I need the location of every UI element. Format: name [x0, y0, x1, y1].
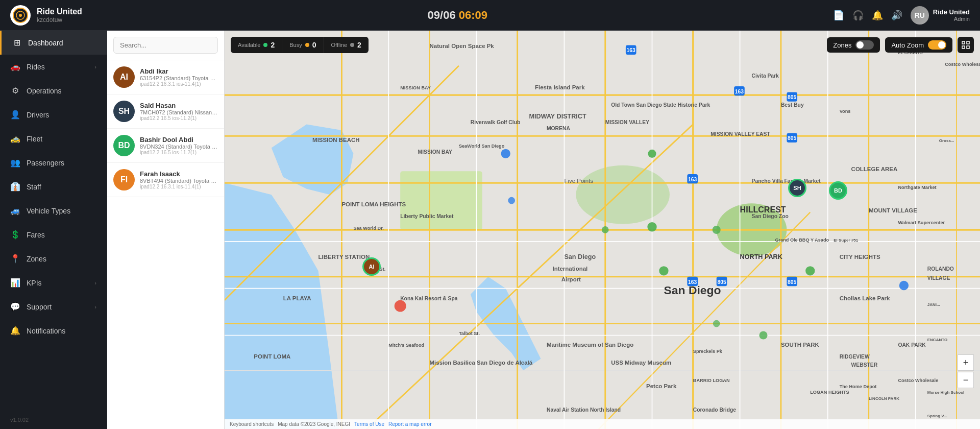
sidebar-item-staff[interactable]: 👔 Staff	[0, 175, 107, 199]
operations-icon: ⚙	[10, 86, 20, 96]
driver-pin-2[interactable]: SH	[788, 179, 806, 197]
svg-text:Morse High School: Morse High School	[927, 390, 965, 395]
sidebar-item-support[interactable]: 💬 Support ›	[0, 295, 107, 319]
svg-text:MORENA: MORENA	[547, 126, 570, 131]
svg-text:MIDWAY DISTRICT: MIDWAY DISTRICT	[529, 113, 586, 120]
svg-text:OAK PARK: OAK PARK	[898, 342, 926, 348]
svg-text:NORTH PARK: NORTH PARK	[740, 253, 782, 260]
clock: 09/06 06:09	[428, 9, 487, 22]
svg-text:163: 163	[688, 177, 697, 182]
offline-count: 2	[357, 41, 361, 49]
vehicle-types-icon: 🚙	[10, 206, 20, 216]
driver-pin-3[interactable]: BD	[829, 181, 847, 200]
sidebar-label-support: Support	[27, 303, 52, 311]
sidebar-label-rides: Rides	[27, 63, 45, 71]
svg-point-2	[19, 14, 22, 17]
main-content: AI Abdi Ikar 63154P2 (Standard) Toyota P…	[107, 31, 980, 429]
sidebar-item-dashboard[interactable]: ⊞ Dashboard	[0, 31, 107, 55]
sidebar-item-rides[interactable]: 🚗 Rides ›	[0, 55, 107, 79]
passengers-icon: 👥	[10, 158, 20, 168]
svg-text:San Diego Zoo: San Diego Zoo	[752, 213, 789, 219]
sidebar-item-notifications[interactable]: 🔔 Notifications	[0, 319, 107, 343]
driver-item-0[interactable]: AI Abdi Ikar 63154P2 (Standard) Toyota P…	[107, 60, 224, 94]
speaker-icon[interactable]: 🔊	[891, 10, 902, 21]
user-avatar: RU	[911, 6, 929, 25]
sidebar-item-drivers[interactable]: 👤 Drivers	[0, 103, 107, 127]
svg-text:Chollas Lake Park: Chollas Lake Park	[840, 295, 890, 301]
zones-icon: 📍	[10, 254, 20, 264]
svg-point-129	[713, 226, 721, 234]
driver-device-2: ipad12.2 16.5 ios-11.2(1)	[140, 150, 218, 155]
fullscreen-button[interactable]	[958, 37, 974, 53]
sidebar-label-operations: Operations	[27, 87, 61, 95]
svg-text:Vons: Vons	[840, 109, 851, 114]
driver-info-2: Bashir Dool Abdi 8VDN324 (Standard) Toyo…	[140, 136, 218, 155]
sidebar-label-fares: Fares	[27, 231, 45, 239]
driver-item-2[interactable]: BD Bashir Dool Abdi 8VDN324 (Standard) T…	[107, 129, 224, 163]
dashboard-icon: ⊞	[12, 38, 22, 47]
sidebar-item-operations[interactable]: ⚙ Operations	[0, 79, 107, 103]
driver-pin-1[interactable]: AI	[362, 257, 381, 276]
map-svg: MIDWAY DISTRICT POINT LOMA HEIGHTS LIBER…	[225, 31, 980, 429]
driver-car-3: 8VBT494 (Standard) Toyota Prius	[140, 178, 218, 184]
terms-link[interactable]: Terms of Use	[354, 421, 384, 427]
zones-toggle[interactable]	[855, 40, 874, 50]
driver-item-3[interactable]: FI Farah Isaack 8VBT494 (Standard) Toyot…	[107, 163, 224, 197]
body: ⊞ Dashboard 🚗 Rides › ⚙ Operations 👤 Dri…	[0, 31, 980, 429]
driver-car-0: 63154P2 (Standard) Toyota Prius	[140, 75, 218, 81]
bell-icon[interactable]: 🔔	[872, 10, 883, 21]
sidebar-item-fleet[interactable]: 🚕 Fleet	[0, 127, 107, 151]
svg-text:Fiesta Island Park: Fiesta Island Park	[535, 84, 585, 90]
driver-item-1[interactable]: SH Said Hasan 7MCH072 (Standard) Nissan …	[107, 94, 224, 129]
logo	[10, 5, 31, 26]
user-info: Ride United Admin	[933, 8, 970, 22]
fares-icon: 💲	[10, 230, 20, 240]
available-dot	[263, 43, 267, 47]
map-panel[interactable]: Available 2 Busy 0 Offline 2	[225, 31, 980, 429]
zoom-controls: + −	[958, 354, 974, 388]
svg-text:CITY HEIGHTS: CITY HEIGHTS	[840, 254, 880, 260]
drivers-icon: 👤	[10, 110, 20, 120]
notifications-icon: 🔔	[10, 326, 20, 336]
svg-text:Petco Park: Petco Park	[646, 383, 677, 389]
svg-text:VILLAGE: VILLAGE	[927, 275, 950, 281]
driver-list: AI Abdi Ikar 63154P2 (Standard) Toyota P…	[107, 60, 224, 429]
brand-sub: kzcdotuw	[37, 16, 82, 23]
svg-text:LINCOLN PARK: LINCOLN PARK	[869, 396, 899, 401]
svg-point-127	[647, 222, 656, 231]
driver-device-0: ipad12.2 16.3.1 ios-11.4(1)	[140, 81, 218, 87]
svg-point-125	[508, 197, 515, 204]
sidebar-item-vehicle-types[interactable]: 🚙 Vehicle Types	[0, 199, 107, 223]
svg-text:MISSION BAY: MISSION BAY	[400, 85, 431, 90]
user-name: Ride United	[933, 8, 970, 16]
sidebar-item-kpis[interactable]: 📊 KPIs ›	[0, 271, 107, 295]
report-link[interactable]: Report a map error	[388, 421, 431, 427]
svg-text:805: 805	[788, 135, 796, 141]
driver-car-1: 7MCH072 (Standard) Nissan Sentra	[140, 109, 218, 115]
nav-arrow-rides: ›	[94, 64, 96, 70]
auto-zoom-toggle[interactable]	[928, 40, 946, 50]
sidebar-item-zones[interactable]: 📍 Zones	[0, 247, 107, 271]
svg-text:LIBERTY STATION: LIBERTY STATION	[318, 254, 370, 260]
driver-name-1: Said Hasan	[140, 102, 218, 109]
user-chip[interactable]: RU Ride United Admin	[911, 6, 970, 25]
sidebar-label-fleet: Fleet	[27, 135, 42, 143]
svg-text:COLLEGE AREA: COLLEGE AREA	[851, 166, 898, 172]
brand-name: Ride United	[37, 7, 82, 16]
headset-icon[interactable]: 🎧	[852, 10, 864, 21]
auto-zoom-toggle-thumb	[938, 41, 945, 49]
svg-text:USS Midway Museum: USS Midway Museum	[611, 360, 671, 366]
zones-control[interactable]: Zones	[827, 37, 880, 53]
search-input[interactable]	[113, 37, 218, 54]
driver-info-3: Farah Isaack 8VBT494 (Standard) Toyota P…	[140, 170, 218, 189]
document-icon[interactable]: 📄	[833, 10, 844, 21]
keyboard-shortcuts-link[interactable]: Keyboard shortcuts	[230, 421, 274, 427]
sidebar-item-fares[interactable]: 💲 Fares	[0, 223, 107, 247]
auto-zoom-control[interactable]: Auto Zoom	[885, 37, 952, 53]
svg-rect-8	[400, 171, 482, 230]
driver-panel: AI Abdi Ikar 63154P2 (Standard) Toyota P…	[107, 31, 225, 429]
zoom-in-button[interactable]: +	[958, 354, 974, 371]
zoom-out-button[interactable]: −	[958, 372, 974, 388]
sidebar-item-passengers[interactable]: 👥 Passengers	[0, 151, 107, 175]
user-role: Admin	[933, 16, 970, 22]
